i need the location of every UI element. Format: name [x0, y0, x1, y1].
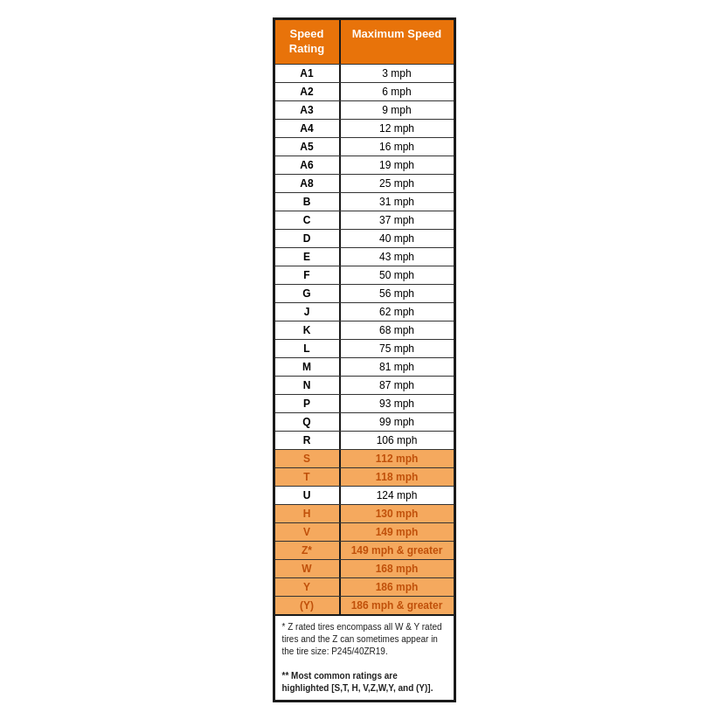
- row-rating-cell: F: [275, 266, 341, 284]
- row-speed-cell: 40 mph: [341, 230, 454, 247]
- row-rating-cell: Z*: [275, 542, 341, 559]
- table-row: V149 mph: [275, 522, 454, 541]
- row-rating-cell: (Y): [275, 597, 341, 614]
- row-speed-cell: 62 mph: [341, 303, 454, 321]
- row-speed-cell: 75 mph: [341, 340, 454, 357]
- footnote-section: * Z rated tires encompass all W & Y rate…: [275, 614, 454, 700]
- row-speed-cell: 118 mph: [341, 468, 454, 486]
- row-speed-cell: 87 mph: [341, 377, 454, 394]
- row-speed-cell: 186 mph: [341, 578, 454, 596]
- row-rating-cell: J: [275, 303, 341, 321]
- table-row: Q99 mph: [275, 412, 454, 431]
- row-speed-cell: 9 mph: [341, 101, 454, 119]
- table-row: C37 mph: [275, 211, 454, 229]
- table-row: A412 mph: [275, 119, 454, 137]
- table-row: L75 mph: [275, 339, 454, 357]
- table-row: Y186 mph: [275, 577, 454, 596]
- row-rating-cell: E: [275, 248, 341, 266]
- footnote-1: * Z rated tires encompass all W & Y rate…: [282, 622, 442, 656]
- table-row: B31 mph: [275, 192, 454, 211]
- table-row: A39 mph: [275, 100, 454, 119]
- row-speed-cell: 106 mph: [341, 432, 454, 449]
- footnote-2: ** Most common ratings are highlighted […: [282, 671, 433, 693]
- row-speed-cell: 50 mph: [341, 266, 454, 284]
- row-speed-cell: 3 mph: [341, 65, 454, 82]
- row-rating-cell: A5: [275, 138, 341, 156]
- table-row: T118 mph: [275, 467, 454, 486]
- row-speed-cell: 37 mph: [341, 211, 454, 229]
- row-speed-cell: 168 mph: [341, 560, 454, 577]
- table-row: J62 mph: [275, 302, 454, 321]
- table-body: A13 mphA26 mphA39 mphA412 mphA516 mphA61…: [275, 64, 454, 614]
- table-row: A516 mph: [275, 137, 454, 156]
- row-rating-cell: S: [275, 450, 341, 467]
- row-speed-cell: 16 mph: [341, 138, 454, 156]
- row-speed-cell: 186 mph & greater: [341, 597, 454, 614]
- row-speed-cell: 130 mph: [341, 505, 454, 522]
- row-rating-cell: H: [275, 505, 341, 522]
- row-rating-cell: C: [275, 211, 341, 229]
- table-row: K68 mph: [275, 321, 454, 339]
- table-row: M81 mph: [275, 357, 454, 376]
- row-rating-cell: A4: [275, 120, 341, 137]
- row-rating-cell: D: [275, 230, 341, 247]
- table-row: D40 mph: [275, 229, 454, 247]
- table-row: P93 mph: [275, 394, 454, 412]
- row-rating-cell: A8: [275, 175, 341, 192]
- row-speed-cell: 112 mph: [341, 450, 454, 467]
- row-speed-cell: 12 mph: [341, 120, 454, 137]
- row-rating-cell: A6: [275, 156, 341, 174]
- row-speed-cell: 149 mph: [341, 523, 454, 541]
- row-rating-cell: U: [275, 487, 341, 504]
- row-rating-cell: T: [275, 468, 341, 486]
- row-speed-cell: 124 mph: [341, 487, 454, 504]
- row-speed-cell: 43 mph: [341, 248, 454, 266]
- speed-rating-table: Speed Rating Maximum Speed A13 mphA26 mp…: [273, 17, 456, 702]
- row-speed-cell: 6 mph: [341, 83, 454, 100]
- row-speed-cell: 81 mph: [341, 358, 454, 376]
- row-rating-cell: N: [275, 377, 341, 394]
- row-rating-cell: Y: [275, 578, 341, 596]
- row-speed-cell: 149 mph & greater: [341, 542, 454, 559]
- table-row: G56 mph: [275, 284, 454, 302]
- row-speed-cell: 19 mph: [341, 156, 454, 174]
- table-row: F50 mph: [275, 266, 454, 284]
- row-rating-cell: B: [275, 193, 341, 211]
- table-row: E43 mph: [275, 247, 454, 266]
- row-speed-cell: 25 mph: [341, 175, 454, 192]
- row-rating-cell: V: [275, 523, 341, 541]
- row-rating-cell: L: [275, 340, 341, 357]
- row-rating-cell: A3: [275, 101, 341, 119]
- row-speed-cell: 56 mph: [341, 285, 454, 302]
- row-speed-cell: 99 mph: [341, 413, 454, 431]
- row-rating-cell: M: [275, 358, 341, 376]
- table-row: A13 mph: [275, 64, 454, 82]
- row-rating-cell: R: [275, 432, 341, 449]
- row-rating-cell: P: [275, 395, 341, 412]
- header-max-speed: Maximum Speed: [341, 20, 454, 64]
- table-row: U124 mph: [275, 486, 454, 504]
- table-row: N87 mph: [275, 376, 454, 394]
- table-row: A619 mph: [275, 156, 454, 174]
- header-speed-rating: Speed Rating: [275, 20, 341, 64]
- row-rating-cell: G: [275, 285, 341, 302]
- row-rating-cell: K: [275, 321, 341, 339]
- row-rating-cell: A1: [275, 65, 341, 82]
- table-row: A825 mph: [275, 174, 454, 192]
- row-rating-cell: A2: [275, 83, 341, 100]
- row-rating-cell: Q: [275, 413, 341, 431]
- row-rating-cell: W: [275, 560, 341, 577]
- row-speed-cell: 31 mph: [341, 193, 454, 211]
- table-row: Z*149 mph & greater: [275, 541, 454, 559]
- table-row: A26 mph: [275, 82, 454, 100]
- table-row: W168 mph: [275, 559, 454, 577]
- table-row: (Y)186 mph & greater: [275, 596, 454, 614]
- row-speed-cell: 93 mph: [341, 395, 454, 412]
- table-row: R106 mph: [275, 431, 454, 449]
- table-row: S112 mph: [275, 449, 454, 467]
- row-speed-cell: 68 mph: [341, 321, 454, 339]
- table-row: H130 mph: [275, 504, 454, 522]
- table-header: Speed Rating Maximum Speed: [275, 20, 454, 64]
